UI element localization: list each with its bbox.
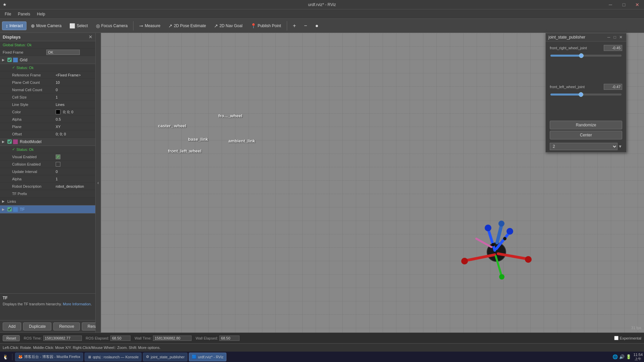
toolbar-extra-2[interactable]: − xyxy=(300,21,311,31)
start-icon[interactable]: 🐧 xyxy=(1,353,9,361)
randomize-button[interactable]: Randomize xyxy=(550,121,622,129)
taskbar-konsole[interactable]: 🖥 qqtsj : roslaunch — Konsole xyxy=(85,353,142,361)
tool-focus-camera[interactable]: ◎ Focus Camera xyxy=(92,21,131,30)
grid-checkbox[interactable] xyxy=(7,58,12,62)
measure-icon: ⊸ xyxy=(139,23,143,28)
cell-size-label: Cell Size xyxy=(12,95,56,99)
update-interval-row: Update Interval 0 xyxy=(0,168,95,175)
sidebar-header: Displays ✕ xyxy=(0,33,95,41)
ros-time-field[interactable] xyxy=(43,336,82,341)
ros-elapsed-field[interactable] xyxy=(110,336,130,341)
experimental-checkbox[interactable] xyxy=(614,336,619,340)
links-toggle-icon: ▶ xyxy=(2,199,6,203)
links-row[interactable]: ▶ Links xyxy=(0,197,95,205)
add-button[interactable]: Add xyxy=(3,322,21,330)
tool-publish-point[interactable]: 📍 Publish Point xyxy=(247,21,285,30)
close-button[interactable]: ✕ xyxy=(631,0,644,9)
focus-camera-label: Focus Camera xyxy=(101,23,128,28)
robot-model-toggle-icon: ▶ xyxy=(2,140,6,143)
joint-pub-label: joint_state_publisher xyxy=(151,355,184,359)
konsole-icon: 🖥 xyxy=(88,355,91,359)
joint-publisher-header[interactable]: joint_state_publisher ─ □ ✕ xyxy=(546,33,626,42)
remove-button[interactable]: Remove xyxy=(53,322,80,330)
sidebar-title: Displays xyxy=(3,35,20,40)
tool-2d-nav[interactable]: ↗ 2D Nav Goal xyxy=(210,21,246,30)
plane-label: Plane xyxy=(12,125,56,129)
jp-select[interactable]: 2 1 3 xyxy=(550,143,618,150)
global-status-text: Global Status: Ok xyxy=(3,43,32,47)
toolbar: ↕ Interact ⊕ Move Camera ⬜ Select ◎ Focu… xyxy=(0,19,644,33)
joint-1-slider[interactable] xyxy=(550,55,622,57)
robot-visualization xyxy=(443,205,550,292)
wall-elapsed-field[interactable] xyxy=(219,336,239,341)
sidebar-close-icon[interactable]: ✕ xyxy=(89,34,93,40)
sidebar-collapse-handle[interactable]: ‹ xyxy=(96,33,101,333)
taskbar-rviz[interactable]: 🟦 urdf.rviz* - RViz xyxy=(189,353,226,361)
jp-minimize-button[interactable]: ─ xyxy=(606,35,611,40)
plane-cell-count-label: Plane Cell Count xyxy=(12,80,56,84)
grid-section-header[interactable]: ▶ Grid xyxy=(0,56,95,64)
fixed-frame-value[interactable]: OK xyxy=(46,50,80,55)
offset-label: Offset xyxy=(12,132,56,136)
interact-label: Interact xyxy=(9,23,23,28)
joint-2-value[interactable] xyxy=(604,84,622,90)
menu-panels[interactable]: Panels xyxy=(14,11,34,17)
app-icon: ★ xyxy=(3,2,7,7)
joint-1-value[interactable] xyxy=(604,45,622,51)
sidebar-content[interactable]: Global Status: Ok Fixed Frame OK ▶ Grid … xyxy=(0,41,95,293)
tool-move-camera[interactable]: ⊕ Move Camera xyxy=(27,21,65,30)
svg-point-10 xyxy=(499,274,504,280)
taskbar-joint-pub[interactable]: ⚙ joint_state_publisher xyxy=(143,353,187,361)
rviz-icon: 🟦 xyxy=(192,355,197,359)
interact-icon: ↕ xyxy=(6,23,8,28)
plane-cell-count-row: Plane Cell Count 10 xyxy=(0,79,95,86)
reference-frame-value: <Fixed Frame> xyxy=(56,73,81,77)
tf-toggle-icon: ▶ xyxy=(2,207,6,211)
visual-enabled-row: Visual Enabled ✓ xyxy=(0,153,95,161)
center-button[interactable]: Center xyxy=(550,131,622,139)
tool-2d-pose[interactable]: ↗ 2D Pose Estimate xyxy=(165,21,210,30)
jp-select-arrow: ▼ xyxy=(618,144,622,149)
jp-close-button[interactable]: ✕ xyxy=(618,35,624,40)
volume-icon: 🔊 xyxy=(619,354,625,359)
global-status-row: Global Status: Ok xyxy=(0,41,95,49)
joint-2-slider[interactable] xyxy=(550,94,622,96)
wall-time-label: Wall Time: xyxy=(135,336,152,340)
2d-nav-label: 2D Nav Goal xyxy=(219,23,243,28)
collision-enabled-checkbox[interactable] xyxy=(56,162,60,167)
wall-time-field[interactable] xyxy=(153,336,192,341)
svg-point-6 xyxy=(525,256,532,263)
duplicate-button[interactable]: Duplicate xyxy=(23,322,51,330)
info-more-link[interactable]: More Information xyxy=(63,302,91,306)
visual-enabled-checkbox[interactable]: ✓ xyxy=(56,155,60,159)
menu-help[interactable]: Help xyxy=(34,11,49,17)
toolbar-extra-3[interactable]: ● xyxy=(312,21,322,31)
minimize-button[interactable]: ─ xyxy=(604,0,617,9)
title-bar: ★ urdf.rviz* - RViz ─ □ ✕ xyxy=(0,0,644,9)
reset-button[interactable]: Reset xyxy=(3,335,20,341)
joint-1-section: front_right_wheel_joint xyxy=(546,42,626,64)
experimental-section: Experimental xyxy=(614,336,641,340)
tool-measure[interactable]: ⊸ Measure xyxy=(136,21,164,30)
jp-select-row: 2 1 3 ▼ xyxy=(546,141,626,152)
tf-icon xyxy=(13,207,18,212)
tool-select[interactable]: ⬜ Select xyxy=(66,21,91,30)
joint-2-section: front_left_wheel_joint xyxy=(546,80,626,103)
menu-file[interactable]: File xyxy=(1,11,14,17)
toolbar-extra-1[interactable]: + xyxy=(289,21,300,31)
joint-1-slider-container xyxy=(550,53,622,60)
svg-point-14 xyxy=(503,237,506,240)
maximize-button[interactable]: □ xyxy=(617,0,631,9)
color-swatch[interactable] xyxy=(56,110,60,114)
taskbar-firefox[interactable]: 🦊 博客后台 - 博客园 - Mozilla Firefox xyxy=(15,353,83,361)
plane-value: XY xyxy=(56,125,61,129)
normal-cell-count-row: Normal Cell Count 0 xyxy=(0,86,95,94)
tf-checkbox[interactable] xyxy=(7,207,12,212)
robot-model-section-header[interactable]: ▶ RobotModel xyxy=(0,138,95,146)
svg-point-8 xyxy=(461,258,468,264)
tool-interact[interactable]: ↕ Interact xyxy=(2,21,26,30)
jp-maximize-button[interactable]: □ xyxy=(612,35,618,40)
measure-label: Measure xyxy=(145,23,160,28)
tf-section-header[interactable]: ▶ TF xyxy=(0,205,95,214)
robot-model-checkbox[interactable] xyxy=(7,139,12,144)
